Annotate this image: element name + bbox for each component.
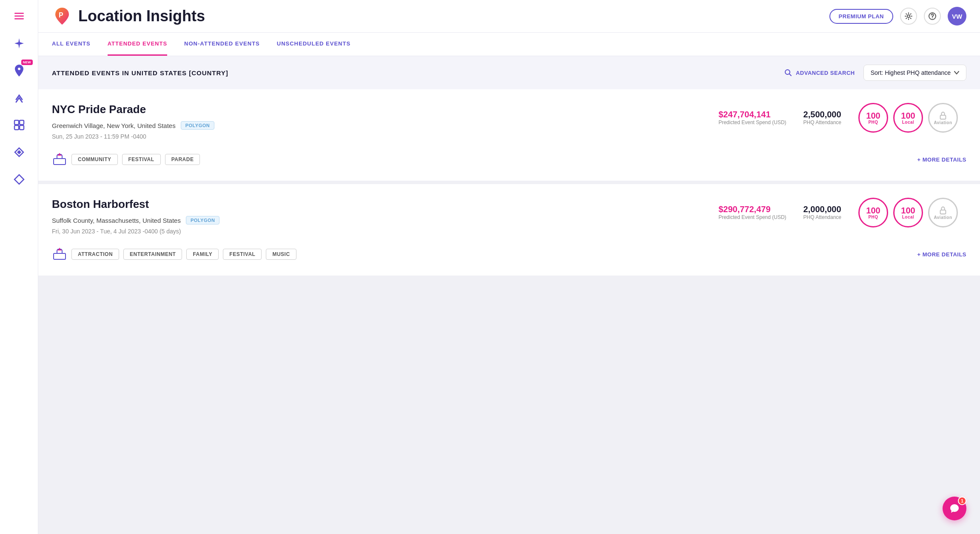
predicted-spend-label: Predicted Event Spend (USD): [718, 119, 786, 126]
svg-point-10: [932, 17, 933, 18]
sort-dropdown[interactable]: Sort: Highest PHQ attendance: [863, 65, 966, 81]
diamond-icon[interactable]: [11, 172, 27, 187]
analytics-icon[interactable]: [11, 145, 27, 160]
event-date: Sun, 25 Jun 2023 - 11:59 PM -0400: [52, 133, 718, 140]
tab-unscheduled-events[interactable]: UNSCHEDULED EVENTS: [277, 33, 350, 56]
tag-parade: PARADE: [165, 154, 200, 165]
chat-button[interactable]: 1: [943, 497, 966, 520]
predicted-spend-label: Predicted Event Spend (USD): [718, 214, 786, 221]
tag-community: COMMUNITY: [71, 154, 118, 165]
svg-rect-12: [940, 115, 946, 119]
tab-all-events[interactable]: ALL EVENTS: [52, 33, 91, 56]
menu-icon[interactable]: [11, 9, 27, 24]
local-score-circle[interactable]: 100 Local: [893, 198, 923, 227]
tag-family: FAMILY: [186, 249, 219, 260]
predicted-spend-stat: $290,772,479 Predicted Event Spend (USD): [718, 205, 786, 221]
phq-attendance-value: 2,500,000: [803, 110, 841, 119]
tag-festival: FESTIVAL: [223, 249, 262, 260]
phq-attendance-label: PHQ Attendance: [803, 214, 841, 221]
svg-rect-0: [14, 13, 24, 14]
svg-rect-2: [14, 18, 24, 20]
score-circles: 100 PHQ 100 Local Aviation: [858, 198, 958, 227]
phq-attendance-value: 2,000,000: [803, 205, 841, 214]
header-right: PREMIUM PLAN VW: [829, 7, 966, 26]
predicted-spend-value: $247,704,141: [718, 110, 786, 119]
svg-rect-3: [14, 120, 19, 125]
phq-score-label: PHQ: [868, 215, 878, 219]
section-controls: ADVANCED SEARCH Sort: Highest PHQ attend…: [784, 65, 966, 81]
chevron-down-icon: [954, 71, 959, 74]
event-stats: $290,772,479 Predicted Event Spend (USD)…: [718, 198, 958, 227]
polygon-badge[interactable]: POLYGON: [181, 121, 215, 130]
aviation-score-circle[interactable]: Aviation: [928, 103, 958, 133]
tab-attended-events[interactable]: ATTENDED EVENTS: [108, 33, 167, 56]
app-title: Location Insights: [78, 7, 205, 25]
polygon-badge[interactable]: POLYGON: [186, 216, 220, 224]
svg-rect-5: [14, 125, 19, 130]
event-card: Boston Harborfest Suffolk County, Massac…: [38, 184, 980, 279]
svg-rect-6: [20, 120, 24, 125]
location-new-icon[interactable]: [11, 63, 27, 78]
svg-rect-14: [940, 210, 946, 214]
predicted-spend-stat: $247,704,141 Predicted Event Spend (USD): [718, 110, 786, 126]
chat-badge: 1: [958, 497, 966, 505]
local-score-label: Local: [902, 120, 914, 125]
tab-non-attended-events[interactable]: NON-ATTENDED EVENTS: [184, 33, 260, 56]
event-location: Suffolk County, Massachusetts, United St…: [52, 217, 181, 224]
event-footer: COMMUNITY FESTIVAL PARADE + MORE DETAILS: [52, 152, 966, 167]
event-location-row: Suffolk County, Massachusetts, United St…: [52, 216, 718, 224]
aviation-score-circle[interactable]: Aviation: [928, 198, 958, 227]
tabs-bar: ALL EVENTS ATTENDED EVENTS NON-ATTENDED …: [38, 33, 980, 56]
more-details-button[interactable]: + MORE DETAILS: [917, 251, 966, 258]
content-area: ATTENDED EVENTS IN UNITED STATES [COUNTR…: [38, 56, 980, 534]
section-title: ATTENDED EVENTS IN UNITED STATES [COUNTR…: [52, 69, 228, 77]
svg-rect-4: [20, 125, 24, 130]
phq-score-value: 100: [866, 206, 880, 215]
squares-icon[interactable]: [11, 117, 27, 133]
local-score-circle[interactable]: 100 Local: [893, 103, 923, 133]
chevron-up-icon[interactable]: [11, 90, 27, 105]
header: P Location Insights PREMIUM PLAN VW: [38, 0, 980, 33]
svg-rect-1: [14, 16, 24, 17]
tag-music: MUSIC: [266, 249, 296, 260]
local-score-value: 100: [901, 111, 915, 120]
event-info: NYC Pride Parade Greenwich Village, New …: [52, 103, 718, 140]
event-tags: COMMUNITY FESTIVAL PARADE: [52, 152, 200, 167]
lock-icon: [938, 111, 948, 120]
sparkle-icon[interactable]: [11, 36, 27, 51]
category-icon: [52, 152, 67, 167]
settings-button[interactable]: [900, 8, 917, 25]
local-score-label: Local: [902, 215, 914, 219]
more-details-button[interactable]: + MORE DETAILS: [917, 156, 966, 163]
tag-entertainment: ENTERTAINMENT: [123, 249, 182, 260]
help-button[interactable]: [924, 8, 941, 25]
phq-attendance-stat: 2,500,000 PHQ Attendance: [803, 110, 841, 126]
header-left: P Location Insights: [52, 6, 205, 26]
phq-attendance-label: PHQ Attendance: [803, 119, 841, 126]
event-info: Boston Harborfest Suffolk County, Massac…: [52, 198, 718, 235]
app-logo: P: [52, 6, 72, 26]
svg-point-8: [907, 15, 910, 17]
event-name: NYC Pride Parade: [52, 103, 718, 116]
advanced-search-button[interactable]: ADVANCED SEARCH: [784, 68, 855, 77]
phq-score-circle[interactable]: 100 PHQ: [858, 103, 888, 133]
event-location: Greenwich Village, New York, United Stat…: [52, 122, 176, 129]
chat-icon: [949, 503, 960, 514]
event-date: Fri, 30 Jun 2023 - Tue, 4 Jul 2023 -0400…: [52, 228, 718, 235]
svg-rect-13: [54, 159, 66, 165]
sidebar: [0, 0, 38, 534]
question-icon: [928, 12, 937, 20]
event-name: Boston Harborfest: [52, 198, 718, 211]
premium-plan-button[interactable]: PREMIUM PLAN: [829, 9, 893, 24]
event-stats: $247,704,141 Predicted Event Spend (USD)…: [718, 103, 958, 133]
search-icon: [784, 68, 792, 77]
main-content: P Location Insights PREMIUM PLAN VW: [38, 0, 980, 534]
event-card: NYC Pride Parade Greenwich Village, New …: [38, 89, 980, 184]
event-footer: ATTRACTION ENTERTAINMENT FAMILY FESTIVAL…: [52, 247, 966, 262]
score-circles: 100 PHQ 100 Local Aviation: [858, 103, 958, 133]
aviation-score-label: Aviation: [934, 120, 952, 125]
user-avatar[interactable]: VW: [948, 7, 966, 26]
svg-text:P: P: [59, 11, 63, 19]
section-header: ATTENDED EVENTS IN UNITED STATES [COUNTR…: [38, 56, 980, 89]
phq-score-circle[interactable]: 100 PHQ: [858, 198, 888, 227]
